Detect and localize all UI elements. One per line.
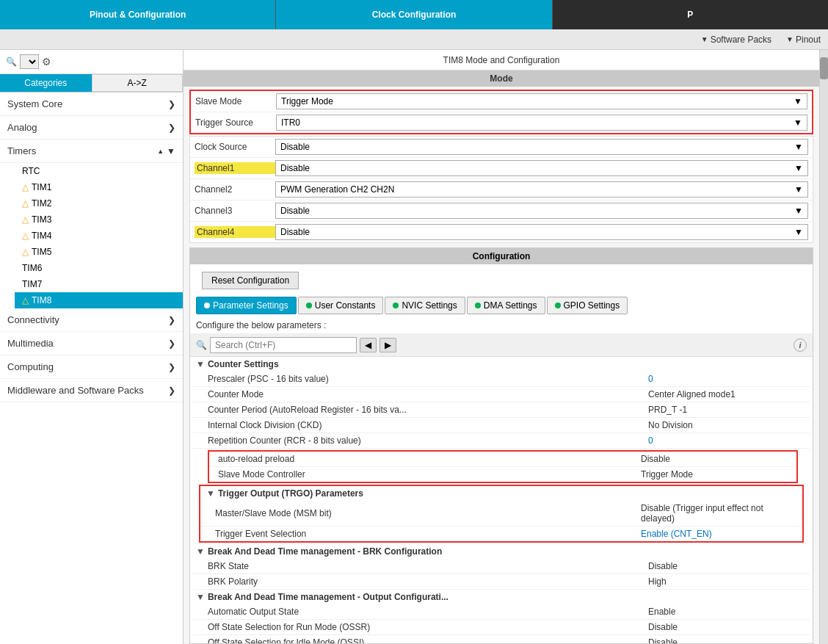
param-list: ▼ Counter Settings Prescaler (PSC - 16 b… <box>190 357 813 643</box>
sidebar-item-tim5[interactable]: △ TIM5 <box>15 244 183 260</box>
nav-p[interactable]: P <box>553 0 828 29</box>
sidebar-item-multimedia[interactable]: Multimedia ❯ <box>0 332 183 355</box>
slave-mode-label: Slave Mode <box>195 96 276 106</box>
toggle-icon: ▼ <box>206 488 215 499</box>
nav-clock[interactable]: Clock Configuration <box>276 0 552 29</box>
config-tabs: Parameter Settings User Constants NVIC S… <box>190 297 813 317</box>
dot-icon <box>393 303 399 308</box>
param-msm-bit: Master/Slave Mode (MSM bit) Disable (Tri… <box>200 501 802 527</box>
param-clock-division: Internal Clock Division (CKD) No Divisio… <box>193 418 810 433</box>
reset-configuration-button[interactable]: Reset Configuration <box>202 272 299 289</box>
tab-user-constants[interactable]: User Constants <box>298 297 384 314</box>
sidebar-item-tim2[interactable]: △ TIM2 <box>15 195 183 211</box>
mode-row-channel1: Channel1 Disable ▼ <box>190 158 813 179</box>
right-scrollbar[interactable] <box>819 50 828 644</box>
trigger-output-group: ▼ Trigger Output (TRGO) Parameters Maste… <box>199 485 804 543</box>
chevron-down-icon: ▼ <box>794 96 802 106</box>
output-params: Automatic Output State Enable Off State … <box>193 604 810 643</box>
warn-icon: △ <box>22 198 29 209</box>
dot-icon <box>475 303 481 308</box>
subnav-pinout[interactable]: ▼ Pinout <box>786 35 821 45</box>
param-prescaler: Prescaler (PSC - 16 bits value) 0 <box>193 372 810 387</box>
info-icon[interactable]: i <box>794 339 807 352</box>
warn-icon: △ <box>22 231 29 241</box>
sidebar-tabs: Categories A->Z <box>0 74 183 93</box>
group-output-config[interactable]: ▼ Break And Dead Time management - Outpu… <box>193 590 810 604</box>
chevron-right-icon: ❯ <box>168 386 175 396</box>
sidebar-item-connectivity[interactable]: Connectivity ❯ <box>0 308 183 332</box>
dot-icon <box>555 303 561 308</box>
tab-categories[interactable]: Categories <box>0 74 92 92</box>
param-brk-state: BRK State Disable <box>193 559 810 574</box>
param-brk-polarity: BRK Polarity High <box>193 574 810 590</box>
gear-icon[interactable]: ⚙ <box>42 56 51 68</box>
sidebar-item-middleware[interactable]: Middleware and Software Packs ❯ <box>0 379 183 402</box>
sidebar-item-computing[interactable]: Computing ❯ <box>0 355 183 379</box>
chevron-right-icon: ❯ <box>168 339 175 349</box>
warn-icon: △ <box>22 214 29 225</box>
chevron-down-icon: ▼ <box>794 117 802 128</box>
chevron-down-icon: ▼ <box>786 35 794 43</box>
param-slave-mode-ctrl: Slave Mode Controller Trigger Mode <box>209 467 796 482</box>
param-trigger-event: Trigger Event Selection Enable (CNT_EN) <box>200 527 802 541</box>
scrollbar-thumb[interactable] <box>820 57 828 79</box>
search-prev-button[interactable]: ◀ <box>360 338 377 352</box>
tab-gpio-settings[interactable]: GPIO Settings <box>547 297 628 314</box>
sidebar-item-tim3[interactable]: △ TIM3 <box>15 211 183 228</box>
group-counter-settings[interactable]: ▼ Counter Settings <box>193 357 810 372</box>
mode-row-slave: Slave Mode Trigger Mode ▼ <box>191 91 812 112</box>
warn-icon: △ <box>22 295 29 305</box>
trigger-source-value: ITR0 <box>281 117 300 128</box>
channel4-select[interactable]: Disable ▼ <box>275 224 808 240</box>
param-search-input[interactable] <box>210 337 357 353</box>
sidebar-item-tim7[interactable]: TIM7 <box>15 276 183 292</box>
chevron-right-icon: ❯ <box>168 315 175 325</box>
chevron-down-icon: ▼ <box>794 227 803 237</box>
mode-red-box: Slave Mode Trigger Mode ▼ Trigger Source… <box>189 90 813 134</box>
param-auto-reload: auto-reload preload Disable <box>209 452 796 467</box>
sidebar-item-analog[interactable]: Analog ❯ <box>0 116 183 140</box>
chevron-down-icon: ▼ <box>794 163 803 173</box>
sidebar-item-rtc[interactable]: RTC <box>15 163 183 179</box>
channel3-select[interactable]: Disable ▼ <box>275 203 808 219</box>
slave-mode-select[interactable]: Trigger Mode ▼ <box>276 93 807 109</box>
mode-row-channel4: Channel4 Disable ▼ <box>190 222 813 242</box>
sidebar-item-tim1[interactable]: △ TIM1 <box>15 179 183 195</box>
group-brk-config[interactable]: ▼ Break And Dead Time management - BRK C… <box>193 544 810 559</box>
channel1-select[interactable]: Disable ▼ <box>275 160 808 176</box>
sidebar-item-timers[interactable]: Timers ▲ ▼ <box>0 140 183 163</box>
toggle-icon: ▼ <box>196 546 205 557</box>
param-auto-output: Automatic Output State Enable <box>193 604 810 620</box>
sidebar-item-tim4[interactable]: △ TIM4 <box>15 228 183 244</box>
tab-dma-settings[interactable]: DMA Settings <box>467 297 545 314</box>
sidebar-item-tim8[interactable]: △ TIM8 <box>15 292 183 308</box>
mode-section-header: Mode <box>184 70 819 87</box>
search-icon: 🔍 <box>6 57 17 67</box>
chevron-right-icon: ❯ <box>168 99 175 109</box>
chevron-right-icon: ❯ <box>168 362 175 372</box>
tab-a-z[interactable]: A->Z <box>92 74 184 92</box>
group-trigger-output[interactable]: ▼ Trigger Output (TRGO) Parameters <box>200 486 802 501</box>
chevron-right-icon: ❯ <box>168 123 175 133</box>
channel2-select[interactable]: PWM Generation CH2 CH2N ▼ <box>275 181 808 198</box>
tab-nvic-settings[interactable]: NVIC Settings <box>385 297 465 314</box>
sidebar-item-tim6[interactable]: TIM6 <box>15 260 183 276</box>
clock-source-select[interactable]: Disable ▼ <box>275 139 808 155</box>
config-section: Configuration Reset Configuration Parame… <box>189 247 813 644</box>
sub-nav: ▼ Software Packs ▼ Pinout <box>0 29 828 50</box>
up-arrow-icon: ▲ <box>157 148 164 155</box>
search-dropdown[interactable] <box>20 54 39 69</box>
nav-pinout[interactable]: Pinout & Configuration <box>0 0 276 29</box>
trigger-source-select[interactable]: ITR0 ▼ <box>276 115 807 131</box>
brk-params: BRK State Disable BRK Polarity High <box>193 559 810 590</box>
mode-row-channel2: Channel2 PWM Generation CH2 CH2N ▼ <box>190 179 813 200</box>
tab-parameter-settings[interactable]: Parameter Settings <box>196 297 297 314</box>
chevron-down-icon: ▼ <box>167 146 175 156</box>
content-title: TIM8 Mode and Configuration <box>184 50 819 70</box>
sidebar-item-system-core[interactable]: System Core ❯ <box>0 93 183 116</box>
search-next-button[interactable]: ▶ <box>380 338 396 352</box>
subnav-software-packs[interactable]: ▼ Software Packs <box>701 35 771 45</box>
mode-other-rows: Clock Source Disable ▼ Channel1 Disable … <box>189 136 813 243</box>
content-area: TIM8 Mode and Configuration Mode Slave M… <box>184 50 819 644</box>
param-ossr: Off State Selection for Run Mode (OSSR) … <box>193 620 810 635</box>
